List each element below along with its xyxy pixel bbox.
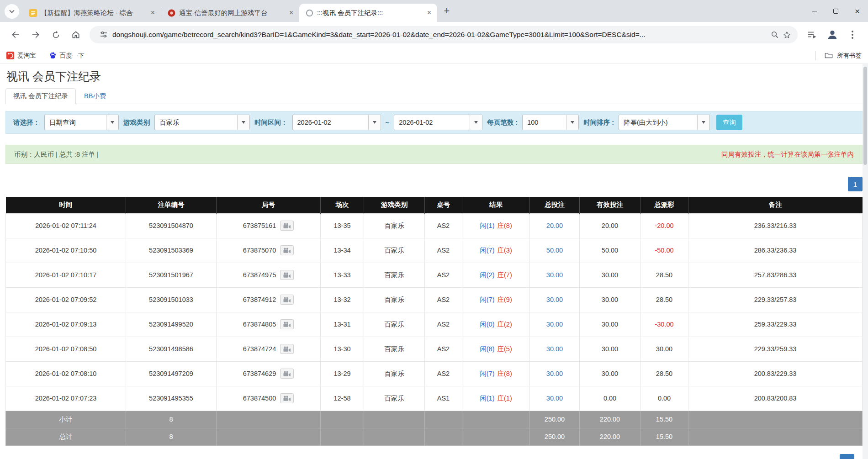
video-replay-button[interactable]: [280, 221, 294, 231]
sort-select[interactable]: 降幂(由大到小): [619, 115, 710, 130]
date-mode-select[interactable]: 日期查询: [44, 115, 119, 130]
total-label: 总计: [6, 428, 126, 445]
total-bet-link[interactable]: 30.00: [546, 296, 563, 303]
profile-avatar[interactable]: [823, 26, 842, 44]
page-size-select[interactable]: 100: [522, 115, 579, 130]
video-replay-button[interactable]: [280, 245, 294, 255]
tab-close-button[interactable]: ×: [425, 9, 434, 17]
subtotal-empty-cell: [364, 411, 425, 428]
reload-icon: [52, 31, 60, 39]
tab-close-button[interactable]: ×: [148, 9, 157, 17]
site-settings-icon[interactable]: [100, 31, 108, 39]
globe-icon: [306, 9, 313, 17]
date-end-select[interactable]: 2026-01-02: [394, 115, 482, 130]
cell-game-type: 百家乐: [364, 263, 425, 287]
video-replay-button[interactable]: [280, 393, 294, 403]
total-bet-link[interactable]: 30.00: [546, 321, 563, 328]
new-tab-button[interactable]: +: [440, 4, 454, 18]
scrollbar-thumb[interactable]: [863, 67, 867, 165]
cell-session: 13-31: [321, 312, 364, 337]
page-scrollbar[interactable]: [863, 64, 868, 459]
home-icon: [71, 30, 80, 39]
cell-session: 13-32: [321, 287, 364, 312]
page-button-1-bottom[interactable]: 1: [840, 454, 854, 459]
total-bet-link[interactable]: 30.00: [546, 370, 563, 377]
bet-records-table: 时间 注单编号 局号 场次 游戏类别 桌号 结果 总投注 有效投注 总派彩 备注…: [5, 197, 863, 446]
tab-title: 【新提醒】海燕策略论坛 - 综合: [41, 9, 145, 17]
column-header-game-type: 游戏类别: [364, 197, 425, 213]
browser-tab-bet-records-active[interactable]: :::视讯 会员下注纪录::: ×: [299, 4, 437, 22]
zoom-icon[interactable]: [771, 31, 779, 39]
taobao-icon: [6, 52, 14, 59]
bookmark-star-icon[interactable]: [783, 31, 791, 39]
cell-bet-id: 523091498586: [126, 337, 217, 361]
page-size-value: 100: [523, 115, 566, 130]
media-controls-icon[interactable]: [803, 26, 821, 44]
cell-note: 229.33/257.83: [688, 287, 863, 312]
column-header-session: 场次: [321, 197, 364, 213]
maximize-icon: [833, 9, 838, 14]
total-bet-link[interactable]: 30.00: [546, 345, 563, 353]
minimize-icon: [812, 11, 817, 11]
tab-bet-records[interactable]: 视讯 会员下注纪录: [5, 88, 76, 104]
dropdown-button[interactable]: [368, 115, 381, 130]
total-bet-link[interactable]: 30.00: [546, 271, 563, 279]
date-range-label: 时间区间：: [254, 118, 288, 127]
video-replay-button[interactable]: [280, 295, 294, 305]
browser-tab-game-platform[interactable]: 通宝-信誉最好的网上游戏平台 ×: [161, 4, 299, 22]
video-replay-button[interactable]: [280, 344, 294, 354]
reload-button[interactable]: [47, 26, 65, 44]
total-bet-link[interactable]: 20.00: [546, 222, 563, 229]
summary-warning: 同局有效投注，统一计算在该局第一张注单内: [721, 150, 854, 159]
cell-payout: -30.00: [640, 312, 688, 337]
column-header-bet-id: 注单编号: [126, 197, 217, 213]
cell-session: 13-30: [321, 337, 364, 361]
browser-tab-bar: 【新提醒】海燕策略论坛 - 综合 × 通宝-信誉最好的网上游戏平台 × :::视…: [0, 0, 868, 22]
cell-table-no: AS2: [425, 337, 462, 361]
video-replay-button[interactable]: [280, 369, 294, 379]
video-replay-button[interactable]: [280, 270, 294, 280]
minimize-button[interactable]: [804, 0, 825, 22]
all-bookmarks-button[interactable]: 所有书签: [815, 51, 862, 60]
dropdown-button[interactable]: [106, 115, 118, 130]
tab-close-button[interactable]: ×: [287, 9, 296, 17]
cell-result: 闲(1)庄(1): [462, 386, 530, 411]
chevron-down-icon: [111, 121, 114, 124]
game-type-select[interactable]: 百家乐: [154, 115, 250, 130]
total-bet-link[interactable]: 50.00: [546, 247, 563, 254]
url-bar[interactable]: dongshouji.com/game/betrecord_search/kin…: [90, 26, 798, 43]
back-button[interactable]: [6, 26, 25, 44]
dropdown-button[interactable]: [566, 115, 578, 130]
dropdown-button[interactable]: [470, 115, 482, 130]
subtotal-empty-cell: [462, 411, 530, 428]
total-empty-cell: [364, 428, 425, 445]
table-row: 2026-01-02 07:10:50 523091503369 6738750…: [6, 238, 863, 263]
bookmark-taobao[interactable]: 爱淘宝: [6, 52, 36, 60]
page-button-1[interactable]: 1: [848, 177, 863, 191]
game-type-value: 百家乐: [155, 115, 237, 130]
close-window-button[interactable]: ×: [847, 0, 868, 22]
dropdown-button[interactable]: [697, 115, 709, 130]
tab-search-button[interactable]: [5, 4, 19, 19]
cell-note: 200.83/200.83: [688, 386, 863, 411]
result-player: 闲(2): [480, 271, 494, 279]
date-start-select[interactable]: 2026-01-02: [292, 115, 381, 130]
bookmark-label: 百度一下: [60, 52, 85, 60]
url-text[interactable]: dongshouji.com/game/betrecord_search/kin…: [112, 31, 762, 39]
dropdown-button[interactable]: [237, 115, 249, 130]
browser-menu-button[interactable]: [843, 26, 862, 44]
total-bet-link[interactable]: 30.00: [546, 395, 563, 402]
search-button[interactable]: 查询: [716, 115, 742, 130]
home-button[interactable]: [67, 26, 85, 44]
video-replay-button[interactable]: [280, 319, 294, 329]
forward-arrow-icon: [31, 30, 40, 39]
cell-valid-bet: 30.00: [580, 263, 640, 287]
forward-button[interactable]: [26, 26, 45, 44]
tab-bb-tip[interactable]: BB小费: [76, 89, 114, 104]
table-row: 2026-01-02 07:08:10 523091497209 6738746…: [6, 361, 863, 386]
cell-table-no: AS2: [425, 213, 462, 238]
browser-tab-forum[interactable]: 【新提醒】海燕策略论坛 - 综合 ×: [23, 4, 161, 22]
maximize-button[interactable]: [825, 0, 847, 22]
cell-table-no: AS2: [425, 312, 462, 337]
bookmark-baidu[interactable]: 百度一下: [49, 52, 85, 60]
